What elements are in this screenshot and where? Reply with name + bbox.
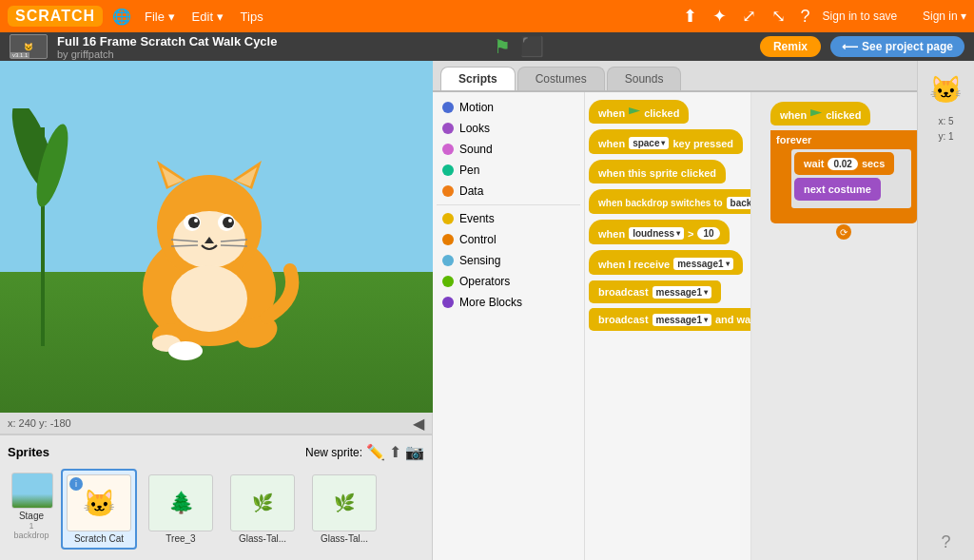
block-when-receive[interactable]: when I receive message1	[589, 250, 743, 275]
flag-icon-small	[810, 109, 822, 121]
block-when-key-pressed[interactable]: when space key pressed	[589, 129, 743, 154]
palette-data[interactable]: Data	[437, 182, 580, 201]
svg-point-11	[194, 219, 198, 222]
scripts-area: Scripts Costumes Sounds Motion Looks Sou…	[433, 61, 917, 560]
key-dropdown[interactable]: space	[629, 137, 669, 149]
svg-point-18	[171, 265, 247, 332]
palette-pen[interactable]: Pen	[437, 161, 580, 180]
sprite-thumbnail: 🌲	[148, 474, 213, 531]
menu-edit[interactable]: Edit ▾	[188, 10, 227, 24]
block-next-costume[interactable]: next costume	[794, 178, 881, 201]
sprite-thumbnail: i 🐱	[67, 474, 131, 531]
palette-events[interactable]: Events	[437, 209, 580, 228]
svg-line-17	[221, 245, 247, 246]
svg-point-10	[223, 217, 234, 228]
sprite-item[interactable]: i 🐱 Scratch Cat	[61, 469, 137, 550]
flag-icon	[629, 107, 640, 119]
tab-scripts[interactable]: Scripts	[440, 67, 516, 90]
svg-point-9	[188, 217, 200, 228]
stage-thumbnail	[11, 473, 53, 509]
palette-operators[interactable]: Operators	[437, 272, 580, 291]
remix-button[interactable]: Remix	[760, 36, 821, 57]
block-when-backdrop-switches[interactable]: when backdrop switches to backdrop	[589, 189, 751, 214]
palette-motion-label: Motion	[459, 101, 494, 114]
message-dropdown[interactable]: message1	[673, 258, 732, 270]
camera-sprite-button[interactable]: 📷	[405, 443, 424, 461]
sprite-name: Tree_3	[148, 533, 213, 544]
project-thumbnail: 🐱 v3.1.1	[10, 34, 48, 59]
palette-sound-label: Sound	[459, 143, 493, 156]
turbo-icon[interactable]: ⤢	[742, 6, 756, 27]
palette-sensing[interactable]: Sensing	[437, 251, 580, 270]
sprite-item[interactable]: 🌲 Tree_3	[143, 469, 219, 550]
sprite-preview: 🐱	[924, 68, 969, 110]
stop-button[interactable]: ⬛	[520, 35, 544, 58]
block-broadcast-and-wait[interactable]: broadcast message1 and wait	[589, 308, 751, 331]
block-wait[interactable]: wait 0.02 secs	[794, 152, 894, 175]
palette-sound[interactable]: Sound	[437, 140, 580, 159]
block-when-flag-clicked[interactable]: when clicked	[589, 100, 689, 124]
block-forever[interactable]: forever wait 0.02 secs next costume	[770, 130, 917, 223]
resize-handle[interactable]: ◀	[413, 415, 424, 433]
palette-motion[interactable]: Motion	[437, 98, 580, 117]
help-question-icon[interactable]: ?	[941, 532, 950, 552]
broadcast-wait-dropdown[interactable]: message1	[653, 314, 711, 326]
palette-data-label: Data	[459, 184, 483, 198]
script-workspace: when clicked forever wait 0.02	[751, 92, 917, 560]
help-icon[interactable]: ?	[801, 7, 810, 27]
stage-area: x: 240 y: -180 ◀ Sprites New sprite: ✏️ …	[0, 61, 433, 560]
control-dot	[442, 234, 454, 245]
menu-tips[interactable]: Tips	[237, 10, 267, 24]
y-coord: y: 1	[938, 131, 953, 142]
pen-dot	[442, 164, 454, 176]
block-flag-trigger[interactable]: when clicked	[770, 102, 870, 126]
green-flag-button[interactable]: ⚑	[494, 35, 511, 58]
palette-control[interactable]: Control	[437, 230, 580, 249]
sprites-panel: Sprites New sprite: ✏️ ⬆ 📷 Stage 1 backd…	[0, 434, 432, 560]
sprite-item[interactable]: 🌱 grass3	[61, 555, 137, 560]
block-broadcast[interactable]: broadcast message1	[589, 280, 721, 303]
palette-sensing-label: Sensing	[459, 254, 500, 267]
tab-costumes[interactable]: Costumes	[517, 67, 605, 90]
block-when-loudness[interactable]: when loudness > 10	[589, 220, 730, 244]
svg-line-15	[171, 245, 198, 246]
top-bar: SCRATCH 🌐 File ▾ Edit ▾ Tips ⬆ ✦ ⤢ ⤡ ? S…	[0, 0, 974, 32]
sprite-thumbnail: 🌿	[230, 474, 295, 531]
loudness-value[interactable]: 10	[697, 227, 719, 240]
arrow-icon: ⟵	[842, 40, 858, 53]
upload-icon[interactable]: ⬆	[683, 6, 697, 27]
sign-in-button[interactable]: Sign in ▾	[923, 10, 966, 23]
palette-divider	[437, 204, 580, 205]
next-arrow[interactable]: ⟳	[836, 224, 851, 240]
palette-pen-label: Pen	[459, 164, 479, 177]
block-when-sprite-clicked[interactable]: when this sprite clicked	[589, 160, 726, 183]
loudness-dropdown[interactable]: loudness	[629, 227, 684, 240]
fullscreen-icon[interactable]: ✦	[712, 6, 727, 27]
stage-canvas	[0, 61, 433, 413]
palette-events-label: Events	[459, 212, 495, 225]
upload-sprite-button[interactable]: ⬆	[389, 443, 401, 461]
sprite-name: Scratch Cat	[67, 533, 131, 544]
operators-dot	[442, 276, 454, 287]
data-dot	[442, 185, 454, 197]
see-project-button[interactable]: ⟵ See project page	[830, 36, 964, 57]
sprites-grid: i 🐱 Scratch Cat 🌲 Tree_3	[61, 469, 424, 560]
broadcast-dropdown[interactable]: message1	[653, 286, 711, 299]
globe-icon[interactable]: 🌐	[112, 8, 131, 26]
palette-looks[interactable]: Looks	[437, 119, 580, 138]
events-dot	[442, 213, 454, 224]
paint-sprite-button[interactable]: ✏️	[366, 443, 385, 461]
sprite-item[interactable]: 🌿 Glass-Tal...	[224, 469, 301, 550]
sprite-item[interactable]: 🌿 Glass-Tal...	[306, 469, 382, 550]
menu-file[interactable]: File ▾	[141, 10, 179, 24]
sprite-info-icon[interactable]: i	[69, 477, 83, 491]
zoom-icon[interactable]: ⤡	[771, 6, 786, 27]
new-sprite-label: New sprite:	[305, 446, 362, 459]
palette-more-blocks[interactable]: More Blocks	[437, 293, 580, 312]
sign-in-to-save-link[interactable]: Sign in to save	[823, 10, 898, 23]
stage-item[interactable]: Stage 1 backdrop	[8, 469, 55, 544]
tab-sounds[interactable]: Sounds	[607, 67, 682, 90]
backdrop-dropdown[interactable]: backdrop	[727, 197, 751, 209]
wait-value[interactable]: 0.02	[828, 158, 857, 170]
scratch-logo[interactable]: SCRATCH	[8, 6, 103, 27]
